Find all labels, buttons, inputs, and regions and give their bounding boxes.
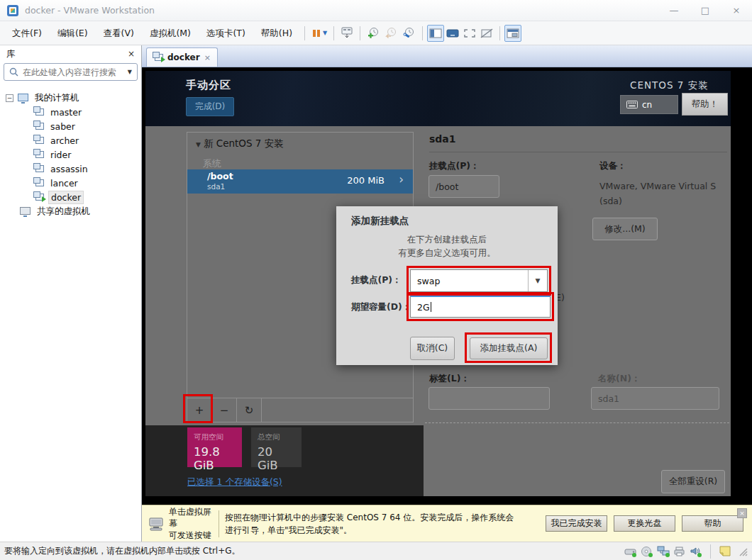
send-ctrl-alt-del-icon — [341, 27, 353, 39]
total-space-box: 总空间 20 GiB — [251, 427, 302, 467]
finished-installing-button[interactable]: 我已完成安装 — [546, 515, 607, 532]
send-ctrl-alt-del-button[interactable] — [338, 25, 355, 42]
collapse-triangle-icon[interactable]: ▼ — [196, 141, 201, 148]
printer-icon[interactable] — [673, 546, 686, 557]
cd-drive-icon[interactable] — [641, 546, 653, 557]
mount-point-label: 挂载点(P)： — [429, 160, 480, 172]
tree-item-label[interactable]: rider — [48, 149, 73, 161]
menu-view[interactable]: 查看(V) — [96, 26, 142, 41]
status-separator — [710, 544, 711, 559]
show-sidebar-button[interactable] — [427, 25, 444, 42]
status-bar: 要将输入定向到该虚拟机，请在虚拟机内部单击或按 Ctrl+G。 — [0, 542, 752, 560]
tree-item-label[interactable]: docker — [48, 191, 84, 204]
mount-point-field[interactable]: /boot — [428, 175, 499, 198]
library-close-icon[interactable]: × — [128, 49, 135, 59]
add-partition-button[interactable]: + — [187, 398, 212, 422]
tree-item-rider[interactable]: rider — [0, 147, 141, 162]
tree-item-label[interactable]: saber — [48, 121, 77, 133]
console-view-icon — [446, 28, 459, 38]
tree-item-shared-vms[interactable]: 共享的虚拟机 — [0, 204, 141, 218]
device-title: sda1 — [429, 133, 456, 145]
hard-disk-icon[interactable] — [624, 546, 637, 557]
tree-item-docker[interactable]: docker — [0, 190, 141, 204]
menu-tabs[interactable]: 选项卡(T) — [199, 26, 253, 41]
total-space-label: 总空间 — [258, 432, 295, 442]
name-label: 名称(N)： — [598, 373, 640, 385]
menu-edit[interactable]: 编辑(E) — [50, 26, 96, 41]
unity-mode-button[interactable] — [478, 25, 495, 42]
cancel-button[interactable]: 取消(C) — [410, 337, 455, 360]
maximize-button[interactable]: □ — [690, 0, 721, 21]
show-sidebar-icon — [429, 28, 442, 38]
reload-partition-button[interactable]: ↻ — [237, 398, 262, 422]
done-button[interactable]: 完成(D) — [186, 97, 234, 116]
keyboard-layout-label: cn — [642, 100, 652, 110]
add-mount-point-dialog: 添加新挂载点 在下方创建挂载点后 有更多自定义选项可用。 挂载点(P)： swa… — [336, 206, 558, 365]
hint-tip: 单击虚拟屏幕 可发送按键 — [142, 506, 213, 541]
tree-item-label[interactable]: 我的计算机 — [33, 91, 82, 105]
tab-docker[interactable]: docker × — [146, 47, 218, 67]
hint-close-icon[interactable]: × — [737, 508, 747, 518]
library-panel-button[interactable] — [504, 25, 521, 42]
tree-item-saber[interactable]: saber — [0, 119, 141, 133]
menu-vm[interactable]: 虚拟机(M) — [142, 26, 199, 41]
menu-help[interactable]: 帮助(H) — [253, 26, 300, 41]
remove-partition-button[interactable]: − — [212, 398, 237, 422]
installer-help-button[interactable]: 帮助！ — [682, 93, 728, 116]
tree-item-label[interactable]: assassin — [48, 163, 90, 175]
tree-item-my-computer[interactable]: − 我的计算机 — [0, 91, 141, 105]
message-log-icon[interactable] — [719, 546, 731, 557]
tab-bar: docker × — [142, 45, 752, 67]
library-header: 库 × — [0, 45, 141, 62]
resize-grip[interactable] — [738, 547, 748, 556]
tree-item-label[interactable]: archer — [48, 135, 81, 147]
take-snapshot-button[interactable] — [365, 25, 382, 42]
network-adapter-icon[interactable] — [657, 546, 670, 557]
tree-item-lancer[interactable]: lancer — [0, 176, 141, 190]
close-button[interactable]: × — [721, 0, 752, 21]
mount-point-combobox[interactable]: swap ▼ — [410, 269, 548, 292]
selected-disks-link[interactable]: 已选择 1 个存储设备(S) — [187, 476, 282, 488]
snapshot-manager-button[interactable] — [400, 25, 418, 42]
tree-item-label[interactable]: lancer — [48, 177, 80, 189]
tree-item-assassin[interactable]: assassin — [0, 162, 141, 176]
pause-dropdown-icon[interactable]: ▼ — [323, 30, 327, 36]
tree-item-archer[interactable]: archer — [0, 133, 141, 147]
library-search-box[interactable]: ▼ — [4, 63, 138, 81]
vm-display-area[interactable]: 手动分区 完成(D) CENTOS 7 安装 cn 帮助！ ▼新 CentOS … — [142, 67, 752, 505]
keyboard-layout-indicator[interactable]: cn — [620, 95, 678, 114]
label-label: 标签(L)： — [429, 373, 470, 385]
tree-item-label[interactable]: 共享的虚拟机 — [35, 205, 92, 218]
menu-file[interactable]: 文件(F) — [4, 26, 50, 41]
console-view-button[interactable] — [444, 25, 461, 42]
toolbar-separator — [422, 26, 423, 40]
label-field[interactable] — [428, 387, 550, 410]
tree-item-label[interactable]: master — [48, 106, 84, 118]
change-disc-button[interactable]: 更换光盘 — [614, 515, 675, 532]
sound-icon[interactable] — [690, 546, 702, 557]
hint-tip-line1: 单击虚拟屏幕 — [169, 506, 213, 529]
revert-snapshot-button[interactable] — [382, 25, 400, 42]
pause-icon — [311, 28, 321, 38]
hint-help-button[interactable]: 帮助 — [682, 515, 743, 532]
search-dropdown-icon[interactable]: ▼ — [128, 69, 132, 75]
capacity-input[interactable]: 2G — [410, 296, 551, 318]
vmware-logo-icon — [7, 5, 18, 16]
storage-summary-footer: 可用空间 19.8 GiB 总空间 20 GiB 已选择 1 个存储设备(S) — [145, 425, 424, 496]
minimize-button[interactable]: — — [658, 0, 690, 21]
vm-screen[interactable]: 手动分区 完成(D) CENTOS 7 安装 cn 帮助！ ▼新 CentOS … — [145, 71, 731, 496]
install-target-header[interactable]: ▼新 CentOS 7 安装 — [196, 138, 284, 150]
modify-device-button[interactable]: 修改...(M) — [592, 218, 658, 240]
tab-close-icon[interactable]: × — [204, 53, 211, 62]
search-input[interactable] — [23, 67, 123, 77]
reset-all-button[interactable]: 全部重设(R) — [661, 470, 725, 493]
partition-row-boot[interactable]: /boot sda1 200 MiB › — [187, 169, 413, 194]
pause-vm-button[interactable]: ▼ — [309, 25, 329, 42]
tree-expander-icon[interactable]: − — [6, 94, 13, 102]
text-caret — [431, 302, 431, 312]
fullscreen-button[interactable] — [461, 25, 478, 42]
add-mount-point-button[interactable]: 添加挂载点(A) — [470, 337, 548, 359]
combobox-dropdown-icon[interactable]: ▼ — [528, 270, 547, 291]
window-controls: — □ × — [658, 0, 752, 21]
tree-item-master[interactable]: master — [0, 105, 141, 119]
